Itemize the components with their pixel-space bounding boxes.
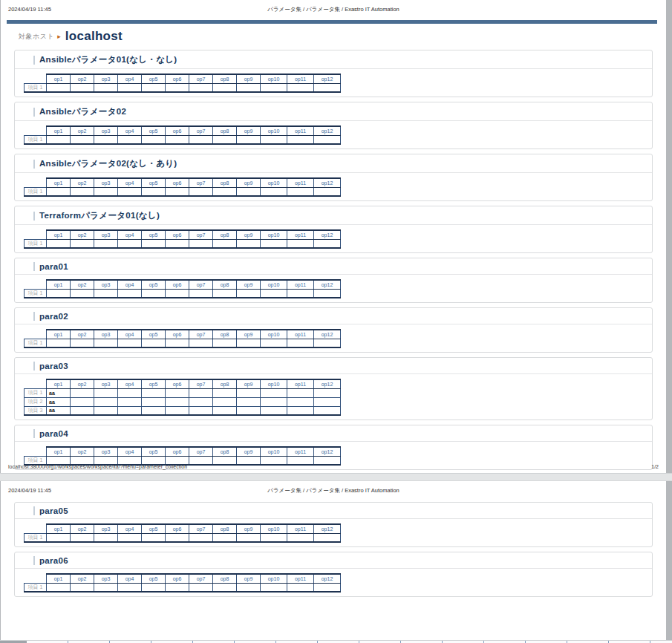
column-header: op12 <box>314 230 341 239</box>
value-cell <box>118 533 142 542</box>
column-header: op8 <box>213 447 237 456</box>
column-header: op4 <box>118 447 142 456</box>
parameter-section: Ansibleパラメータ02(なし・あり) op1op2op3op4op5op6… <box>14 154 653 201</box>
value-cell <box>213 135 237 144</box>
table-row: 項目 1 <box>25 289 341 298</box>
column-header: op5 <box>142 379 166 388</box>
column-header: op1 <box>47 330 71 339</box>
column-header: op3 <box>94 126 118 135</box>
section-title-text: para04 <box>39 429 68 438</box>
value-cell <box>94 533 118 542</box>
title-accent-bar <box>33 160 35 169</box>
value-cell: aa <box>47 397 71 406</box>
value-cell <box>118 289 142 298</box>
column-header: op11 <box>287 330 314 339</box>
title-accent-bar <box>33 212 35 221</box>
column-header: op4 <box>118 524 142 533</box>
corner-cell <box>25 447 47 456</box>
value-cell <box>213 406 237 415</box>
section-title-row: Ansibleパラメータ01(なし・なし) <box>15 50 652 69</box>
title-accent-bar <box>33 506 35 515</box>
value-cell <box>261 388 287 397</box>
value-cell <box>71 239 94 248</box>
parameter-section: para02 op1op2op3op4op5op6op7op8op9op10op… <box>14 307 653 353</box>
value-cell: aa <box>47 406 71 415</box>
column-header: op10 <box>261 178 287 187</box>
value-cell <box>166 239 189 248</box>
value-cell <box>314 388 341 397</box>
value-cell <box>166 83 189 92</box>
value-cell <box>287 187 314 196</box>
row-label: 項目 3 <box>25 406 47 415</box>
table-row: 項目 1 <box>25 135 341 144</box>
value-cell <box>94 83 118 92</box>
row-label: 項目 1 <box>25 135 47 144</box>
table-row: 項目 1 <box>25 533 341 542</box>
value-cell <box>287 388 314 397</box>
table-body: 項目 1 <box>25 339 341 347</box>
value-cell <box>118 397 142 406</box>
column-header: op11 <box>287 280 314 289</box>
column-header: op9 <box>237 379 261 388</box>
value-cell <box>142 583 166 592</box>
value-cell <box>189 135 213 144</box>
value-cell <box>314 83 341 92</box>
value-cell <box>261 83 287 92</box>
value-cell <box>261 406 287 415</box>
table-header-row: op1op2op3op4op5op6op7op8op9op10op11op12 <box>25 74 341 83</box>
value-cell <box>142 533 166 542</box>
table-header-row: op1op2op3op4op5op6op7op8op9op10op11op12 <box>25 178 341 187</box>
value-cell <box>189 533 213 542</box>
row-label: 項目 1 <box>25 583 47 592</box>
value-cell <box>287 135 314 144</box>
value-cell <box>94 135 118 144</box>
value-cell <box>189 289 213 298</box>
value-cell <box>314 397 341 406</box>
value-cell <box>189 397 213 406</box>
corner-cell <box>25 524 47 533</box>
parameter-table: op1op2op3op4op5op6op7op8op9op10op11op12 … <box>24 329 341 348</box>
column-header: op5 <box>142 330 166 339</box>
column-header: op9 <box>237 447 261 456</box>
value-cell <box>261 187 287 196</box>
column-header: op3 <box>94 574 118 583</box>
breadcrumb-arrow-icon: ▸ <box>57 33 61 40</box>
column-header: op2 <box>71 230 94 239</box>
column-header: op5 <box>142 280 166 289</box>
value-cell <box>166 135 189 144</box>
value-cell <box>314 135 341 144</box>
parameter-section: para05 op1op2op3op4op5op6op7op8op9op10op… <box>14 502 653 547</box>
value-cell <box>166 187 189 196</box>
section-title-text: para05 <box>39 506 68 515</box>
value-cell <box>287 83 314 92</box>
value-cell <box>118 339 142 347</box>
column-header: op2 <box>71 379 94 388</box>
parameter-table: op1op2op3op4op5op6op7op8op9op10op11op12 … <box>24 229 341 249</box>
table-body: 項目 1aa項目 2aa項目 3aa <box>25 388 341 415</box>
corner-cell <box>25 330 47 339</box>
column-header: op9 <box>237 126 261 135</box>
section-title-text: para02 <box>39 312 68 321</box>
column-header: op4 <box>118 379 142 388</box>
table-header-row: op1op2op3op4op5op6op7op8op9op10op11op12 <box>25 126 341 135</box>
section-title-row: para04 <box>15 425 652 442</box>
value-cell <box>166 406 189 415</box>
corner-cell <box>25 230 47 239</box>
column-header: op1 <box>47 178 71 187</box>
parameter-table: op1op2op3op4op5op6op7op8op9op10op11op12 … <box>24 446 341 466</box>
value-cell <box>118 239 142 248</box>
value-cell <box>118 406 142 415</box>
value-cell <box>166 289 189 298</box>
column-header: op11 <box>287 74 314 83</box>
section-title-text: para03 <box>39 362 68 371</box>
section-table-wrap: op1op2op3op4op5op6op7op8op9op10op11op12 … <box>15 324 652 352</box>
table-body: 項目 1 <box>25 583 341 592</box>
value-cell <box>261 339 287 347</box>
page-1-header: 2024/04/19 11:45 パラメータ集 / パラメータ集 / Exast… <box>1 0 666 15</box>
parameter-section: para03 op1op2op3op4op5op6op7op8op9op10op… <box>14 357 653 420</box>
column-header: op12 <box>314 574 341 583</box>
column-header: op8 <box>213 524 237 533</box>
value-cell <box>213 187 237 196</box>
page-2-header: 2024/04/19 11:45 パラメータ集 / パラメータ集 / Exast… <box>1 481 666 496</box>
column-header: op2 <box>71 280 94 289</box>
